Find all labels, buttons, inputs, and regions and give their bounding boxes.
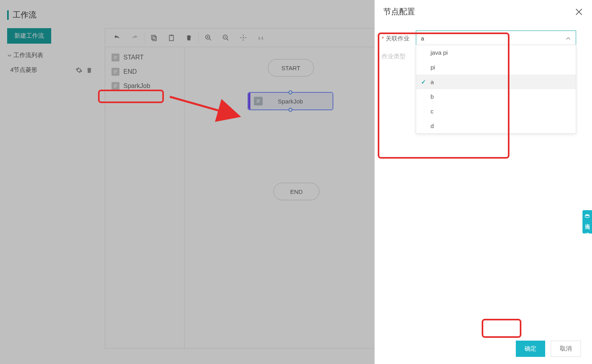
canvas-node-sparkjob[interactable]: SparkJob (248, 92, 333, 110)
chevron-up-icon (565, 36, 571, 41)
svg-line-9 (227, 38, 229, 40)
node-palette: START END SparkJob (105, 47, 185, 348)
dropdown-option[interactable]: b (416, 89, 576, 104)
svg-text:1:1: 1:1 (258, 36, 263, 40)
feedback-label: 咨询·建议 (584, 220, 591, 230)
delete-button[interactable] (180, 29, 198, 47)
dropdown-option[interactable]: d (416, 119, 576, 133)
zoom-out-button[interactable] (217, 29, 234, 47)
cancel-button[interactable]: 取消 (551, 341, 581, 357)
palette-item-label: START (123, 54, 144, 61)
svg-line-5 (209, 38, 211, 40)
trash-icon[interactable] (86, 67, 93, 74)
database-icon (584, 214, 590, 220)
left-sidebar: 新建工作流 工作流列表 4节点菱形 (0, 28, 97, 349)
svg-rect-0 (152, 35, 155, 40)
workflow-list-title[interactable]: 工作流列表 (7, 52, 97, 59)
workflow-list-label: 工作流列表 (13, 52, 43, 59)
node-config-panel: 节点配置 关联作业 a 作业类型 java pi pi a b c d 确 (375, 0, 592, 364)
close-icon[interactable] (575, 8, 583, 16)
fit-button[interactable] (234, 29, 252, 47)
feedback-tab[interactable]: 咨询·建议 (582, 210, 592, 234)
toolbar-separator (198, 32, 199, 43)
svg-rect-1 (153, 36, 156, 41)
node-label: SparkJob (278, 98, 303, 105)
workflow-item[interactable]: 4节点菱形 (7, 64, 97, 76)
chevron-down-icon (7, 53, 12, 58)
undo-button[interactable] (108, 29, 126, 47)
node-accent (248, 93, 250, 109)
palette-item-label: END (123, 68, 137, 75)
dropdown-option[interactable]: c (416, 104, 576, 119)
zoom-in-button[interactable] (200, 29, 217, 47)
panel-title: 节点配置 (383, 6, 415, 17)
dropdown-option[interactable]: java pi (416, 45, 576, 60)
svg-rect-3 (171, 35, 173, 36)
workflow-item-name: 4节点菱形 (10, 66, 37, 74)
svg-point-32 (585, 214, 589, 216)
page-title: 工作流 (13, 10, 37, 20)
gear-icon[interactable] (75, 67, 83, 74)
confirm-button[interactable]: 确定 (516, 341, 545, 357)
palette-item-end[interactable]: END (108, 65, 181, 79)
svg-rect-2 (169, 35, 174, 41)
palette-item-sparkjob[interactable]: SparkJob (108, 79, 181, 93)
redo-button[interactable] (126, 29, 143, 47)
palette-item-start[interactable]: START (108, 50, 181, 65)
paste-button[interactable] (163, 29, 180, 47)
svg-point-11 (243, 37, 244, 38)
copy-button[interactable] (145, 29, 163, 47)
new-workflow-button[interactable]: 新建工作流 (7, 28, 51, 44)
canvas-node-end[interactable]: END (273, 183, 319, 200)
node-icon (254, 97, 263, 105)
dropdown-option[interactable]: pi (416, 60, 576, 75)
actual-size-button[interactable]: 1:1 (252, 29, 269, 47)
toolbar-separator (144, 32, 144, 43)
related-job-select[interactable]: a (416, 31, 576, 46)
field-job-label: 关联作业 (382, 35, 416, 42)
field-type-label: 作业类型 (382, 53, 416, 60)
node-label: END (290, 188, 303, 195)
port-bottom[interactable] (288, 108, 292, 112)
port-top[interactable] (288, 90, 292, 94)
header-accent-bar (7, 10, 9, 20)
dropdown-option[interactable]: a (416, 75, 576, 89)
node-icon (111, 82, 119, 90)
palette-item-label: SparkJob (123, 82, 150, 90)
node-icon (111, 68, 119, 76)
canvas-node-start[interactable]: START (268, 59, 314, 77)
node-label: START (281, 65, 300, 71)
node-icon (111, 54, 119, 61)
job-dropdown: java pi pi a b c d (416, 45, 576, 134)
select-value: a (421, 35, 424, 42)
